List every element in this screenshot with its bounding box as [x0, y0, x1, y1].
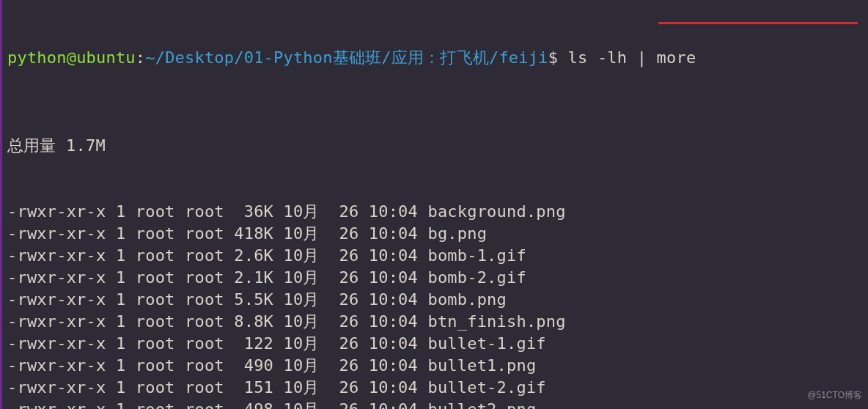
terminal-output[interactable]: python@ubuntu:~/Desktop/01-Python基础班/应用：…	[0, 0, 868, 409]
prompt-dollar: $	[548, 48, 558, 67]
list-item: -rwxr-xr-x 1 root root 5.5K 10月 26 10:04…	[7, 289, 862, 311]
prompt-path-prefix: ~/Desktop/01-Python	[145, 48, 332, 67]
prompt-path-cjk: 基础班/应用：打飞机	[333, 48, 489, 67]
list-item: -rwxr-xr-x 1 root root 8.8K 10月 26 10:04…	[7, 311, 862, 333]
list-item: -rwxr-xr-x 1 root root 498 10月 26 10:04 …	[7, 399, 862, 409]
prompt-command: ls -lh | more	[568, 48, 696, 67]
command-underline	[658, 22, 858, 24]
prompt-path-suffix: /feiji	[489, 48, 548, 67]
file-listing: -rwxr-xr-x 1 root root 36K 10月 26 10:04 …	[7, 201, 862, 409]
list-item: -rwxr-xr-x 1 root root 490 10月 26 10:04 …	[7, 355, 862, 377]
prompt-line: python@ubuntu:~/Desktop/01-Python基础班/应用：…	[7, 47, 862, 69]
prompt-user: python	[7, 48, 67, 67]
list-item: -rwxr-xr-x 1 root root 36K 10月 26 10:04 …	[7, 201, 862, 223]
total-line: 总用量 1.7M	[7, 135, 862, 157]
watermark: @51CTO博客	[807, 384, 862, 406]
prompt-colon: :	[136, 48, 145, 67]
list-item: -rwxr-xr-x 1 root root 122 10月 26 10:04 …	[7, 333, 862, 355]
prompt-at: @	[67, 48, 76, 67]
prompt-host: ubuntu	[76, 48, 136, 67]
list-item: -rwxr-xr-x 1 root root 151 10月 26 10:04 …	[7, 377, 862, 399]
list-item: -rwxr-xr-x 1 root root 418K 10月 26 10:04…	[7, 223, 862, 245]
list-item: -rwxr-xr-x 1 root root 2.6K 10月 26 10:04…	[7, 245, 862, 267]
list-item: -rwxr-xr-x 1 root root 2.1K 10月 26 10:04…	[7, 267, 862, 289]
